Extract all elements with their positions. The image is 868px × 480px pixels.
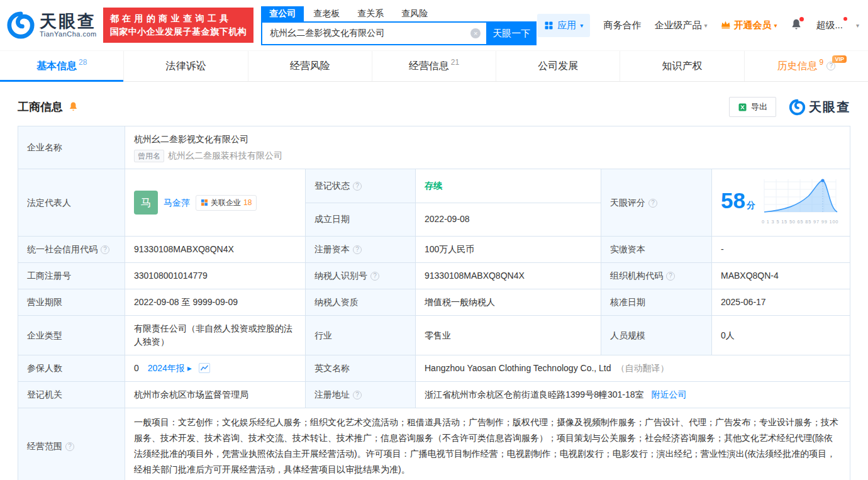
- promo-line2: 国家中小企业发展子基金旗下机构: [110, 25, 247, 38]
- row-insured-english: 参保人数 0 2024年报 ▸ 英文名称 Hangzhou Yaosan Clo…: [18, 355, 850, 382]
- row-credit-code: 统一社会信用代码? 91330108MABXQ8QN4X 注册资本? 100万人…: [18, 237, 850, 263]
- status-label: 登记状态?: [306, 169, 416, 203]
- credit-code-cell: 91330108MABXQ8QN4X: [125, 237, 306, 263]
- search-tab-boss[interactable]: 查老板: [305, 6, 348, 21]
- established-cell: 2022-09-08: [416, 203, 601, 237]
- export-button[interactable]: 导出: [729, 97, 776, 117]
- row-authority-address: 登记机关 杭州市余杭区市场监督管理局 注册地址? 浙江省杭州市余杭区仓前街道良睦…: [18, 382, 850, 408]
- english-name-value: Hangzhou Yaosan Clothing Technology Co.,…: [425, 363, 611, 373]
- help-icon[interactable]: ?: [666, 272, 675, 281]
- reg-no-label: 工商注册号: [18, 263, 125, 289]
- help-icon[interactable]: ?: [648, 199, 657, 208]
- tab-company-development[interactable]: 公司发展: [496, 51, 620, 81]
- row-reg-number: 工商注册号 330108001014779 纳税人识别号? 91330108MA…: [18, 263, 850, 289]
- insured-label: 参保人数: [18, 355, 125, 382]
- taxpayer-id-label: 纳税人识别号?: [306, 263, 416, 289]
- search-button[interactable]: 天眼一下: [486, 21, 537, 45]
- notification-dot: [799, 17, 804, 21]
- auto-translate-note: （自动翻译）: [616, 363, 669, 373]
- tab-count: 28: [79, 58, 87, 67]
- tab-label: 经营风险: [290, 60, 330, 73]
- legal-rep-link[interactable]: 马金萍: [164, 196, 190, 209]
- org-code-cell: MABXQ8QN-4: [712, 263, 850, 289]
- help-icon[interactable]: ?: [370, 272, 379, 281]
- credit-code-label: 统一社会信用代码?: [18, 237, 125, 263]
- score-axis-labels: 0 1 3 5 15 50 65 85 97 99 100: [762, 216, 838, 227]
- user-notification-dot: [843, 17, 847, 21]
- former-name-tag: 曾用名: [134, 150, 164, 162]
- tab-history-info[interactable]: VIP 历史信息 9 ?: [745, 51, 868, 81]
- tab-legal-proceedings[interactable]: 法律诉讼: [124, 51, 248, 81]
- help-icon[interactable]: ?: [353, 182, 362, 191]
- chevron-down-icon: ▾: [580, 22, 583, 29]
- tab-label: 基本信息: [36, 60, 77, 73]
- taxpayer-quality-cell: 增值税一般纳税人: [416, 289, 601, 316]
- company-name-label: 企业名称: [18, 126, 125, 169]
- reg-capital-label: 注册资本?: [306, 237, 416, 263]
- logo-swirl-icon: [789, 99, 806, 116]
- notifications-bell-icon[interactable]: [790, 18, 803, 33]
- company-type-cell: 有限责任公司（非自然人投资或控股的法人独资）: [125, 316, 306, 355]
- tab-operating-info[interactable]: 经营信息 21: [372, 51, 496, 81]
- annual-report-link[interactable]: 2024年报 ▸: [148, 363, 192, 373]
- enterprise-label: 企业级产品: [654, 20, 701, 31]
- related-companies-count: 18: [243, 196, 252, 209]
- help-icon[interactable]: ?: [65, 442, 74, 451]
- help-icon[interactable]: ?: [826, 62, 835, 70]
- reg-no-cell: 330108001014779: [125, 263, 306, 289]
- legal-rep-avatar[interactable]: 马: [134, 191, 158, 215]
- tab-operating-risk[interactable]: 经营风险: [248, 51, 372, 81]
- tab-basic-info[interactable]: 基本信息 28: [0, 51, 124, 81]
- header-nav: 应用 ▾ 商务合作 企业级产品 ▾ 开通会员 ▾ 超级... ▾: [537, 14, 859, 37]
- paid-capital-cell: -: [712, 237, 850, 263]
- tab-intellectual-property[interactable]: 知识产权: [620, 51, 744, 81]
- help-icon[interactable]: ?: [353, 245, 362, 254]
- paid-capital-label: 实缴资本: [601, 237, 712, 263]
- english-name-label: 英文名称: [306, 355, 416, 382]
- row-business-term: 营业期限 2022-09-08 至 9999-09-09 纳税人资质 增值税一般…: [18, 289, 850, 316]
- approval-date-cell: 2025-06-17: [712, 289, 850, 316]
- related-companies-label: 关联企业: [211, 196, 241, 209]
- tab-label: 历史信息: [777, 60, 817, 73]
- company-tabstrip: 基本信息 28 法律诉讼 经营风险 经营信息 21 公司发展 知识产权 VIP …: [0, 50, 868, 82]
- nav-open-vip[interactable]: 开通会员 ▾: [720, 19, 777, 31]
- reg-capital-cell: 100万人民币: [416, 237, 601, 263]
- search-tab-risk[interactable]: 查风险: [393, 6, 436, 21]
- industry-cell: 零售业: [416, 316, 601, 355]
- insured-trend-chart-icon[interactable]: [199, 363, 210, 373]
- taxpayer-quality-label: 纳税人资质: [306, 289, 416, 316]
- apps-menu[interactable]: 应用 ▾: [537, 14, 590, 37]
- monitor-bell-icon[interactable]: [68, 101, 79, 114]
- nav-enterprise-products[interactable]: 企业级产品 ▾: [654, 20, 707, 31]
- logo-swirl-icon: [6, 11, 35, 40]
- insured-cell: 0 2024年报 ▸: [125, 355, 306, 382]
- tianyancha-logo[interactable]: 天眼查 TianYanCha.com: [6, 11, 97, 40]
- staff-size-cell: 0人: [712, 316, 850, 355]
- term-label: 营业期限: [18, 289, 125, 316]
- authority-cell: 杭州市余杭区市场监督管理局: [125, 382, 306, 408]
- legal-rep-cell: 马 马金萍 关联企业 18: [125, 169, 306, 237]
- search-input[interactable]: [261, 21, 486, 45]
- row-company-type: 企业类型 有限责任公司（非自然人投资或控股的法人独资） 行业 零售业 人员规模 …: [18, 316, 850, 355]
- company-type-label: 企业类型: [18, 316, 125, 355]
- nav-cooperation[interactable]: 商务合作: [603, 20, 641, 31]
- account-chevron-down-icon[interactable]: ▾: [856, 22, 859, 29]
- cooperation-label: 商务合作: [603, 20, 641, 31]
- watermark-logo: 天眼查: [789, 99, 850, 116]
- score-cell: 58分 0 1 3 5 15 50 65 85 97 99 100: [712, 169, 850, 237]
- help-icon[interactable]: ?: [101, 245, 109, 254]
- user-account[interactable]: 超级...: [816, 20, 843, 31]
- apps-label: 应用: [557, 20, 576, 31]
- nearby-companies-link[interactable]: 附近公司: [651, 389, 686, 399]
- score-distribution-chart: 0 1 3 5 15 50 65 85 97 99 100: [762, 176, 855, 230]
- search-tab-company[interactable]: 查公司: [261, 6, 304, 21]
- related-companies-chip[interactable]: 关联企业 18: [196, 195, 257, 211]
- taxpayer-id-cell: 91330108MABXQ8QN4X: [416, 263, 601, 289]
- help-icon[interactable]: ?: [353, 391, 362, 399]
- scope-label: 经营范围?: [18, 408, 125, 480]
- search-tab-relation[interactable]: 查关系: [349, 6, 392, 21]
- scope-cell: 一般项目：文艺创作；文化娱乐经纪人服务；组织文化艺术交流活动；租借道具活动；广告…: [125, 408, 850, 480]
- scope-text: 一般项目：文艺创作；文化娱乐经纪人服务；组织文化艺术交流活动；租借道具活动；广告…: [134, 415, 841, 477]
- status-value: 存续: [425, 181, 442, 191]
- section-header: 工商信息 导出 天眼查: [18, 97, 850, 117]
